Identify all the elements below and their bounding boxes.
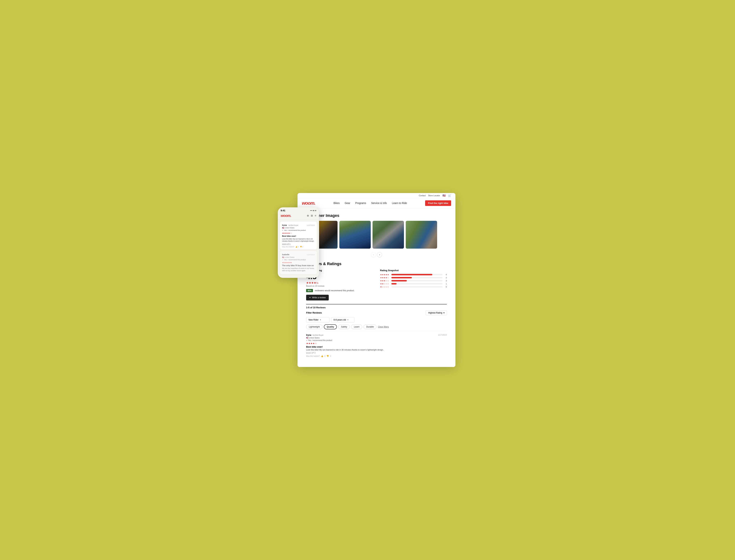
tag-lightweight[interactable]: Lightweight xyxy=(306,324,322,329)
ri-helpful-1: Was this helpful? 👍 0 👎 0 xyxy=(306,355,447,357)
dropdown-chevron-1: ▾ xyxy=(320,319,321,321)
ri-location-1: 🇺🇸 United States xyxy=(306,337,447,339)
review-item-header-1: Iryna Verified Buyer 11/7/2023 xyxy=(306,334,447,336)
mobile-review-text-1: Love this bike! My son learned to ride i… xyxy=(282,238,315,242)
nav-programs[interactable]: Programs xyxy=(355,202,366,204)
snapshot-row-2: ★★☆☆☆ 1 xyxy=(380,283,447,285)
reviews-top: Overall Rating 4.8 ★★★★½ Based on 10 rev… xyxy=(306,269,447,300)
reviews-count-bar: 1-5 of 10 Reviews Filter Reviews Highest… xyxy=(306,304,447,329)
ri-recommend-1: ✓ Yes, I recommend this product xyxy=(306,339,447,341)
mobile-logo: woom. xyxy=(281,214,291,218)
mobile-product-link-1[interactable]: woom UP 5 xyxy=(282,243,315,245)
tag-durable[interactable]: Durable xyxy=(363,324,377,329)
stars-5-label: ★★★★★ xyxy=(380,274,390,276)
based-on-text: Based on 10 reviews xyxy=(306,285,373,287)
customer-images-row xyxy=(306,221,447,249)
mobile-review-date-2: 11/07/2023 xyxy=(307,254,315,256)
stars-4-label: ★★★★☆ xyxy=(380,277,390,279)
rider-type-dropdown[interactable]: New Rider ▾ xyxy=(306,317,329,323)
mobile-nav-icons[interactable]: ⊕ ⊞ ≡ xyxy=(307,214,316,217)
battery-icon: ▭ xyxy=(314,210,316,211)
cart-icon[interactable]: ⊞ xyxy=(311,214,313,217)
pencil-icon: ✏ xyxy=(309,296,311,299)
mobile-review-header-2: Isabelle 11/07/2023 xyxy=(282,253,315,256)
reviewer-info-1: Iryna Verified Buyer xyxy=(306,334,323,336)
stars-2-label: ★★☆☆☆ xyxy=(380,283,390,285)
menu-icon[interactable]: ≡ xyxy=(315,214,316,217)
carousel-next-button[interactable]: › xyxy=(377,252,382,257)
customer-image-3[interactable] xyxy=(373,221,404,249)
ri-text-1: Love this bike! My son learned to ride i… xyxy=(306,348,447,351)
store-locator-link[interactable]: Store Locator xyxy=(428,194,440,197)
tag-learn[interactable]: Learn xyxy=(351,324,362,329)
clear-filters-link[interactable]: Clear filters xyxy=(378,326,389,328)
mobile-review-date-1: 11/07/2023 xyxy=(307,224,315,226)
mobile-helpful-row-1: Was this helpful? 👍 0 👎 0 xyxy=(282,246,315,248)
globe-icon[interactable]: ⊕ xyxy=(307,214,309,217)
ri-thumbsdown-1[interactable]: 👎 xyxy=(326,355,329,357)
nav-bikes[interactable]: Bikes xyxy=(333,202,339,204)
bar-track-5 xyxy=(392,274,443,275)
mobile-reviewer-name-1: Iryna xyxy=(282,224,287,226)
ri-date-1: 11/7/2023 xyxy=(438,334,447,336)
stars-1-label: ★☆☆☆☆ xyxy=(380,286,390,288)
dropdowns-row: New Rider ▾ 6-8 years old ▾ xyxy=(306,317,447,323)
age-range-dropdown[interactable]: 6-8 years old ▾ xyxy=(331,317,354,323)
mobile-review-card-1: Iryna Verified Buyer 11/07/2023 🇺🇸 Unite… xyxy=(280,222,317,250)
ri-flag-1: 🇺🇸 xyxy=(306,337,308,339)
reviews-count-text: 1-5 of 10 Reviews xyxy=(306,306,447,309)
nav-links: Bikes Gear Programs Service & Info Learn… xyxy=(333,202,407,204)
bar-count-1: 0 xyxy=(444,286,447,288)
snapshot-row-5: ★★★★★ 4 xyxy=(380,274,447,276)
customer-images-title: Customer Images xyxy=(306,213,447,218)
bar-fill-3 xyxy=(392,280,407,281)
mobile-recommend-2: ✓ Yes, I recommend this product xyxy=(282,259,315,261)
mobile-stars-1: ★★★★☆ xyxy=(282,232,315,234)
write-review-button[interactable]: ✏ Write a review xyxy=(306,295,329,300)
ri-title-1: Best bike ever! xyxy=(306,345,323,348)
tag-safety[interactable]: Safety xyxy=(338,324,350,329)
recommend-row: 95% reviewers would recommend this produ… xyxy=(306,289,373,294)
ri-stars-1: ★★★★☆ xyxy=(306,342,447,345)
sort-dropdown[interactable]: Highest Rating ▾ xyxy=(426,310,447,315)
tags-row: Lightweight Quality Safety Learn Durable… xyxy=(306,324,447,329)
snapshot-row-1: ★☆☆☆☆ 0 xyxy=(380,286,447,288)
bar-fill-5 xyxy=(392,274,432,275)
snapshot-title: Rating Snapshot xyxy=(380,269,447,272)
nav-logo[interactable]: woom. xyxy=(302,200,315,206)
find-bike-button[interactable]: Find the right bike xyxy=(425,200,451,206)
flag-icon: 🇺🇸 xyxy=(443,194,446,197)
customer-image-4[interactable] xyxy=(406,221,437,249)
thumbs-down-icon-1[interactable]: 👎 0 xyxy=(300,246,303,248)
bar-track-3 xyxy=(392,280,443,281)
carousel-prev-button[interactable]: ‹ xyxy=(371,252,376,257)
mobile-review-text-2: We are true superfans of woom in our hou… xyxy=(282,267,315,272)
browser-window: Contact Store Locator 🇺🇸 🛒 woom. Bikes G… xyxy=(297,193,456,367)
thumbs-up-icon-1[interactable]: 👍 0 xyxy=(295,246,299,248)
nav-gear[interactable]: Gear xyxy=(345,202,350,204)
nav-service[interactable]: Service & Info xyxy=(371,202,387,204)
bar-count-2: 1 xyxy=(444,283,447,285)
us-flag-icon-2: 🇺🇸 xyxy=(282,256,284,258)
nav-learn[interactable]: Learn to Ride xyxy=(392,202,407,204)
customer-image-2[interactable] xyxy=(339,221,371,249)
ri-product-1: woom UP 3 xyxy=(306,352,447,354)
mobile-overlay: 9:41 ▪▪▪ ⌾ ▭ woom. ⊕ ⊞ ≡ Iryna Verified … xyxy=(278,207,319,278)
mobile-recommend-1: ✓ Yes, I recommend this product xyxy=(282,229,315,231)
bar-fill-4 xyxy=(392,277,412,278)
tag-quality[interactable]: Quality xyxy=(324,324,337,329)
filter-row: Filter Reviews Highest Rating ▾ xyxy=(306,310,447,315)
sort-chevron: ▾ xyxy=(444,312,445,314)
cart-icon[interactable]: 🛒 xyxy=(448,194,451,197)
ri-thumbsup-1[interactable]: 👍 xyxy=(321,355,323,357)
contact-link[interactable]: Contact xyxy=(419,194,426,197)
mobile-reviewer-badge-1: Verified Buyer xyxy=(288,224,298,226)
check-icon-1: ✓ xyxy=(282,229,283,231)
mobile-header: woom. ⊕ ⊞ ≡ xyxy=(278,213,319,220)
recommend-badge: 95% xyxy=(306,289,313,292)
ri-name-1: Iryna xyxy=(306,334,311,336)
check-icon-2: ✓ xyxy=(282,259,283,261)
mobile-reviewer-location-1: 🇺🇸 United States xyxy=(282,227,315,229)
overall-stars: ★★★★½ xyxy=(306,281,373,284)
bar-track-1 xyxy=(392,286,443,288)
